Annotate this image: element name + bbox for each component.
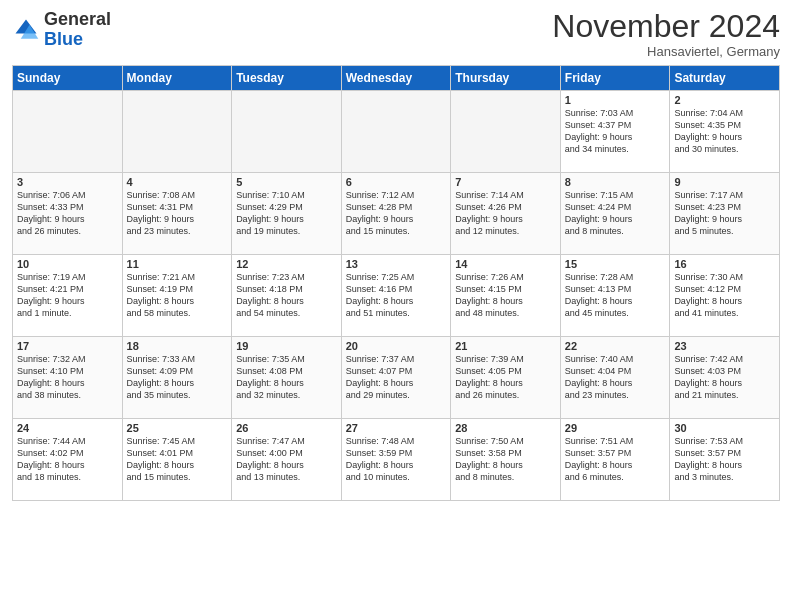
day-number: 10 xyxy=(17,258,118,270)
calendar-cell: 26Sunrise: 7:47 AM Sunset: 4:00 PM Dayli… xyxy=(232,419,342,501)
day-info: Sunrise: 7:53 AM Sunset: 3:57 PM Dayligh… xyxy=(674,435,775,484)
calendar-cell: 7Sunrise: 7:14 AM Sunset: 4:26 PM Daylig… xyxy=(451,173,561,255)
col-header-friday: Friday xyxy=(560,66,670,91)
day-number: 12 xyxy=(236,258,337,270)
day-number: 16 xyxy=(674,258,775,270)
calendar-cell xyxy=(122,91,232,173)
calendar-cell: 12Sunrise: 7:23 AM Sunset: 4:18 PM Dayli… xyxy=(232,255,342,337)
day-info: Sunrise: 7:23 AM Sunset: 4:18 PM Dayligh… xyxy=(236,271,337,320)
calendar-cell: 5Sunrise: 7:10 AM Sunset: 4:29 PM Daylig… xyxy=(232,173,342,255)
location: Hansaviertel, Germany xyxy=(552,44,780,59)
day-number: 30 xyxy=(674,422,775,434)
calendar-cell xyxy=(341,91,451,173)
calendar-cell: 9Sunrise: 7:17 AM Sunset: 4:23 PM Daylig… xyxy=(670,173,780,255)
day-info: Sunrise: 7:30 AM Sunset: 4:12 PM Dayligh… xyxy=(674,271,775,320)
day-number: 20 xyxy=(346,340,447,352)
day-info: Sunrise: 7:26 AM Sunset: 4:15 PM Dayligh… xyxy=(455,271,556,320)
day-info: Sunrise: 7:21 AM Sunset: 4:19 PM Dayligh… xyxy=(127,271,228,320)
calendar-cell: 10Sunrise: 7:19 AM Sunset: 4:21 PM Dayli… xyxy=(13,255,123,337)
calendar-cell: 25Sunrise: 7:45 AM Sunset: 4:01 PM Dayli… xyxy=(122,419,232,501)
day-number: 29 xyxy=(565,422,666,434)
col-header-monday: Monday xyxy=(122,66,232,91)
calendar-week-2: 3Sunrise: 7:06 AM Sunset: 4:33 PM Daylig… xyxy=(13,173,780,255)
col-header-sunday: Sunday xyxy=(13,66,123,91)
calendar-table: SundayMondayTuesdayWednesdayThursdayFrid… xyxy=(12,65,780,501)
col-header-saturday: Saturday xyxy=(670,66,780,91)
day-number: 11 xyxy=(127,258,228,270)
calendar-cell: 13Sunrise: 7:25 AM Sunset: 4:16 PM Dayli… xyxy=(341,255,451,337)
calendar-cell: 29Sunrise: 7:51 AM Sunset: 3:57 PM Dayli… xyxy=(560,419,670,501)
day-info: Sunrise: 7:33 AM Sunset: 4:09 PM Dayligh… xyxy=(127,353,228,402)
day-info: Sunrise: 7:42 AM Sunset: 4:03 PM Dayligh… xyxy=(674,353,775,402)
day-number: 3 xyxy=(17,176,118,188)
header: General Blue November 2024 Hansaviertel,… xyxy=(12,10,780,59)
day-info: Sunrise: 7:48 AM Sunset: 3:59 PM Dayligh… xyxy=(346,435,447,484)
calendar-cell: 20Sunrise: 7:37 AM Sunset: 4:07 PM Dayli… xyxy=(341,337,451,419)
day-info: Sunrise: 7:12 AM Sunset: 4:28 PM Dayligh… xyxy=(346,189,447,238)
col-header-tuesday: Tuesday xyxy=(232,66,342,91)
day-number: 13 xyxy=(346,258,447,270)
day-info: Sunrise: 7:28 AM Sunset: 4:13 PM Dayligh… xyxy=(565,271,666,320)
day-number: 5 xyxy=(236,176,337,188)
day-number: 17 xyxy=(17,340,118,352)
logo-text: General Blue xyxy=(44,10,111,50)
day-number: 21 xyxy=(455,340,556,352)
calendar-cell: 27Sunrise: 7:48 AM Sunset: 3:59 PM Dayli… xyxy=(341,419,451,501)
day-info: Sunrise: 7:50 AM Sunset: 3:58 PM Dayligh… xyxy=(455,435,556,484)
calendar-cell: 16Sunrise: 7:30 AM Sunset: 4:12 PM Dayli… xyxy=(670,255,780,337)
day-info: Sunrise: 7:03 AM Sunset: 4:37 PM Dayligh… xyxy=(565,107,666,156)
day-number: 2 xyxy=(674,94,775,106)
day-info: Sunrise: 7:19 AM Sunset: 4:21 PM Dayligh… xyxy=(17,271,118,320)
day-number: 26 xyxy=(236,422,337,434)
calendar-cell: 19Sunrise: 7:35 AM Sunset: 4:08 PM Dayli… xyxy=(232,337,342,419)
calendar-cell: 3Sunrise: 7:06 AM Sunset: 4:33 PM Daylig… xyxy=(13,173,123,255)
calendar-cell: 15Sunrise: 7:28 AM Sunset: 4:13 PM Dayli… xyxy=(560,255,670,337)
day-info: Sunrise: 7:47 AM Sunset: 4:00 PM Dayligh… xyxy=(236,435,337,484)
page: General Blue November 2024 Hansaviertel,… xyxy=(0,0,792,612)
day-info: Sunrise: 7:17 AM Sunset: 4:23 PM Dayligh… xyxy=(674,189,775,238)
day-number: 6 xyxy=(346,176,447,188)
day-info: Sunrise: 7:44 AM Sunset: 4:02 PM Dayligh… xyxy=(17,435,118,484)
day-number: 28 xyxy=(455,422,556,434)
calendar-cell: 4Sunrise: 7:08 AM Sunset: 4:31 PM Daylig… xyxy=(122,173,232,255)
day-number: 27 xyxy=(346,422,447,434)
day-number: 4 xyxy=(127,176,228,188)
calendar-week-3: 10Sunrise: 7:19 AM Sunset: 4:21 PM Dayli… xyxy=(13,255,780,337)
day-info: Sunrise: 7:25 AM Sunset: 4:16 PM Dayligh… xyxy=(346,271,447,320)
calendar-week-4: 17Sunrise: 7:32 AM Sunset: 4:10 PM Dayli… xyxy=(13,337,780,419)
day-info: Sunrise: 7:39 AM Sunset: 4:05 PM Dayligh… xyxy=(455,353,556,402)
day-info: Sunrise: 7:10 AM Sunset: 4:29 PM Dayligh… xyxy=(236,189,337,238)
day-info: Sunrise: 7:40 AM Sunset: 4:04 PM Dayligh… xyxy=(565,353,666,402)
day-number: 18 xyxy=(127,340,228,352)
calendar-cell: 21Sunrise: 7:39 AM Sunset: 4:05 PM Dayli… xyxy=(451,337,561,419)
day-number: 22 xyxy=(565,340,666,352)
calendar-cell: 17Sunrise: 7:32 AM Sunset: 4:10 PM Dayli… xyxy=(13,337,123,419)
title-block: November 2024 Hansaviertel, Germany xyxy=(552,10,780,59)
calendar-cell xyxy=(232,91,342,173)
day-info: Sunrise: 7:35 AM Sunset: 4:08 PM Dayligh… xyxy=(236,353,337,402)
calendar-cell: 18Sunrise: 7:33 AM Sunset: 4:09 PM Dayli… xyxy=(122,337,232,419)
day-info: Sunrise: 7:14 AM Sunset: 4:26 PM Dayligh… xyxy=(455,189,556,238)
logo-blue: Blue xyxy=(44,29,83,49)
calendar-cell: 28Sunrise: 7:50 AM Sunset: 3:58 PM Dayli… xyxy=(451,419,561,501)
calendar-cell: 8Sunrise: 7:15 AM Sunset: 4:24 PM Daylig… xyxy=(560,173,670,255)
day-info: Sunrise: 7:32 AM Sunset: 4:10 PM Dayligh… xyxy=(17,353,118,402)
day-info: Sunrise: 7:15 AM Sunset: 4:24 PM Dayligh… xyxy=(565,189,666,238)
day-number: 9 xyxy=(674,176,775,188)
day-number: 23 xyxy=(674,340,775,352)
calendar-header-row: SundayMondayTuesdayWednesdayThursdayFrid… xyxy=(13,66,780,91)
calendar-cell xyxy=(13,91,123,173)
calendar-week-1: 1Sunrise: 7:03 AM Sunset: 4:37 PM Daylig… xyxy=(13,91,780,173)
day-info: Sunrise: 7:06 AM Sunset: 4:33 PM Dayligh… xyxy=(17,189,118,238)
logo-icon xyxy=(12,16,40,44)
col-header-thursday: Thursday xyxy=(451,66,561,91)
calendar-cell: 14Sunrise: 7:26 AM Sunset: 4:15 PM Dayli… xyxy=(451,255,561,337)
col-header-wednesday: Wednesday xyxy=(341,66,451,91)
month-title: November 2024 xyxy=(552,10,780,42)
calendar-cell: 24Sunrise: 7:44 AM Sunset: 4:02 PM Dayli… xyxy=(13,419,123,501)
calendar-cell: 2Sunrise: 7:04 AM Sunset: 4:35 PM Daylig… xyxy=(670,91,780,173)
calendar-cell: 6Sunrise: 7:12 AM Sunset: 4:28 PM Daylig… xyxy=(341,173,451,255)
calendar-cell: 11Sunrise: 7:21 AM Sunset: 4:19 PM Dayli… xyxy=(122,255,232,337)
day-info: Sunrise: 7:37 AM Sunset: 4:07 PM Dayligh… xyxy=(346,353,447,402)
calendar-cell: 23Sunrise: 7:42 AM Sunset: 4:03 PM Dayli… xyxy=(670,337,780,419)
